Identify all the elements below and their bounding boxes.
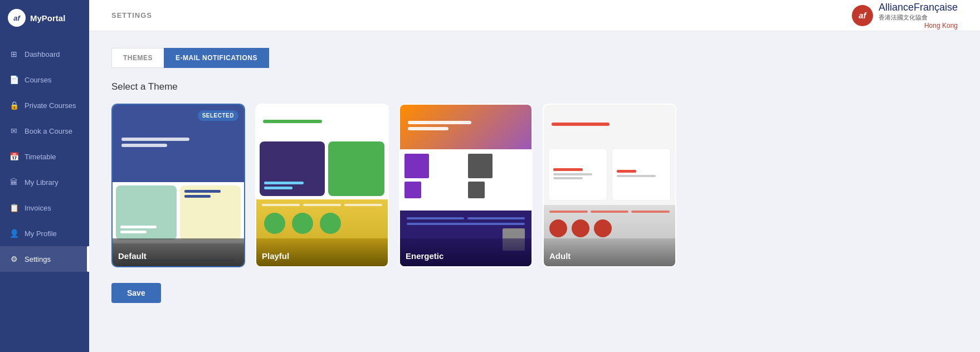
theme-playful-mid xyxy=(256,138,388,199)
adult-gray-mini1 xyxy=(553,173,592,175)
adult-circle1 xyxy=(549,219,567,237)
sidebar-item-my-library[interactable]: 🏛 My Library xyxy=(0,169,89,195)
af-logo-chinese: 香港法國文化協會 xyxy=(879,13,958,22)
sidebar-logo: af MyPortal xyxy=(0,0,89,36)
sidebar-item-settings[interactable]: ⚙ Settings xyxy=(0,246,89,272)
adult-circle2 xyxy=(572,219,589,237)
private-courses-icon: 🔒 xyxy=(9,100,19,110)
profile-icon: 👤 xyxy=(9,228,19,238)
sidebar-item-label: My Profile xyxy=(25,229,57,238)
energetic-bar2 xyxy=(408,127,448,130)
default-mini-bar4 xyxy=(184,195,211,198)
tab-themes[interactable]: THEMES xyxy=(111,48,164,68)
theme-default-mid xyxy=(113,182,244,243)
default-top-bar1 xyxy=(121,138,189,141)
adult-circle3 xyxy=(594,219,612,237)
settings-icon: ⚙ xyxy=(9,254,19,264)
playful-circle2 xyxy=(292,213,313,234)
default-mini-bar2 xyxy=(120,231,147,233)
energetic-bottom-row2 xyxy=(407,223,525,225)
af-logo-hk: Hong Kong xyxy=(879,22,958,30)
main-area: SETTINGS af AllianceFrançaise 香港法國文化協會 H… xyxy=(89,0,980,352)
adult-bottom-row1 xyxy=(549,211,670,213)
adult-card1 xyxy=(548,148,607,201)
playful-bottom-bar2 xyxy=(303,204,341,206)
theme-default-card-left xyxy=(116,185,177,240)
playful-bottom-bar3 xyxy=(344,204,382,206)
playful-card-left xyxy=(260,141,325,196)
theme-playful-label: Playful xyxy=(262,251,289,261)
theme-card-default[interactable]: SELECTED xyxy=(111,104,245,267)
energetic-bottom-bar2 xyxy=(467,217,525,219)
adult-red-bar xyxy=(552,123,610,126)
af-logo-text-block: AllianceFrançaise 香港法國文化協會 Hong Kong xyxy=(879,2,958,30)
energetic-bottom-row1 xyxy=(407,217,525,219)
sidebar-item-invoices[interactable]: 📋 Invoices xyxy=(0,195,89,221)
sidebar-item-label: Book a Course xyxy=(25,127,72,135)
sidebar-logo-af-icon: af xyxy=(8,9,26,27)
theme-adult-preview: Adult xyxy=(544,105,675,266)
save-button[interactable]: Save xyxy=(111,283,161,303)
tabs-bar: THEMES E-MAIL NOTIFICATIONS xyxy=(111,48,958,68)
theme-default-label: Default xyxy=(118,251,147,261)
default-mini-bar3 xyxy=(184,190,221,193)
themes-grid: SELECTED xyxy=(111,104,958,267)
adult-bottom-bar2 xyxy=(591,211,629,213)
theme-energetic-mid xyxy=(400,149,532,211)
header-title: SETTINGS xyxy=(111,11,152,19)
energetic-sq1 xyxy=(404,154,429,178)
timetable-icon: 📅 xyxy=(9,151,19,162)
theme-adult-label: Adult xyxy=(549,251,571,261)
playful-circle3 xyxy=(320,213,341,234)
sidebar-item-label: Courses xyxy=(25,76,51,84)
theme-default-card-right xyxy=(180,185,241,240)
theme-default-preview: Default xyxy=(113,105,244,266)
sidebar-nav: ⊞ Dashboard 📄 Courses 🔒 Private Courses … xyxy=(0,41,89,352)
invoices-icon: 📋 xyxy=(9,203,19,213)
sidebar-item-label: Timetable xyxy=(25,153,56,161)
theme-default-overlay: Default xyxy=(113,238,244,266)
library-icon: 🏛 xyxy=(9,177,19,187)
sidebar-item-dashboard[interactable]: ⊞ Dashboard xyxy=(0,41,89,67)
playful-overlay: Playful xyxy=(256,238,388,266)
sidebar-item-my-profile[interactable]: 👤 My Profile xyxy=(0,221,89,246)
playful-bottom-row1 xyxy=(256,199,388,208)
sidebar-item-label: Invoices xyxy=(25,204,51,212)
tab-email-notifications[interactable]: E-MAIL NOTIFICATIONS xyxy=(164,48,269,68)
sidebar-item-timetable[interactable]: 📅 Timetable xyxy=(0,144,89,169)
selected-badge: SELECTED xyxy=(198,110,238,121)
sidebar-item-private-courses[interactable]: 🔒 Private Courses xyxy=(0,92,89,118)
theme-playful-top xyxy=(256,105,388,138)
header: SETTINGS af AllianceFrançaise 香港法國文化協會 H… xyxy=(89,0,980,31)
playful-circle1 xyxy=(264,213,285,234)
header-logo: af AllianceFrançaise 香港法國文化協會 Hong Kong xyxy=(852,2,958,30)
section-title: Select a Theme xyxy=(111,81,958,92)
sidebar-item-book-a-course[interactable]: ✉ Book a Course xyxy=(0,118,89,144)
theme-card-playful[interactable]: Playful xyxy=(255,104,389,267)
energetic-bottom-bar3 xyxy=(407,223,525,225)
energetic-overlay: Energetic xyxy=(400,238,532,266)
content-area: THEMES E-MAIL NOTIFICATIONS Select a The… xyxy=(89,31,980,352)
sidebar: af MyPortal ⊞ Dashboard 📄 Courses 🔒 Priv… xyxy=(0,0,89,352)
theme-card-energetic[interactable]: Energetic xyxy=(399,104,533,267)
energetic-bar1 xyxy=(408,121,471,124)
default-mini-bar1 xyxy=(120,226,157,228)
energetic-bottom-bar1 xyxy=(407,217,464,219)
adult-card2 xyxy=(612,148,671,201)
playful-bottom-bar1 xyxy=(262,204,300,206)
adult-overlay: Adult xyxy=(544,238,675,266)
playful-card-right xyxy=(328,141,384,196)
sidebar-item-courses[interactable]: 📄 Courses xyxy=(0,67,89,92)
adult-bottom-bar1 xyxy=(549,211,588,213)
theme-energetic-top xyxy=(400,105,532,149)
adult-red-mini1 xyxy=(553,168,583,171)
dashboard-icon: ⊞ xyxy=(9,49,19,59)
adult-bottom-bar3 xyxy=(631,211,670,213)
theme-card-adult[interactable]: Adult xyxy=(543,104,676,267)
adult-circles xyxy=(549,219,670,237)
playful-circles xyxy=(256,208,388,238)
courses-icon: 📄 xyxy=(9,75,19,85)
energetic-col2 xyxy=(468,154,527,206)
adult-gray-mini3 xyxy=(617,175,656,177)
default-top-bar2 xyxy=(121,144,167,147)
